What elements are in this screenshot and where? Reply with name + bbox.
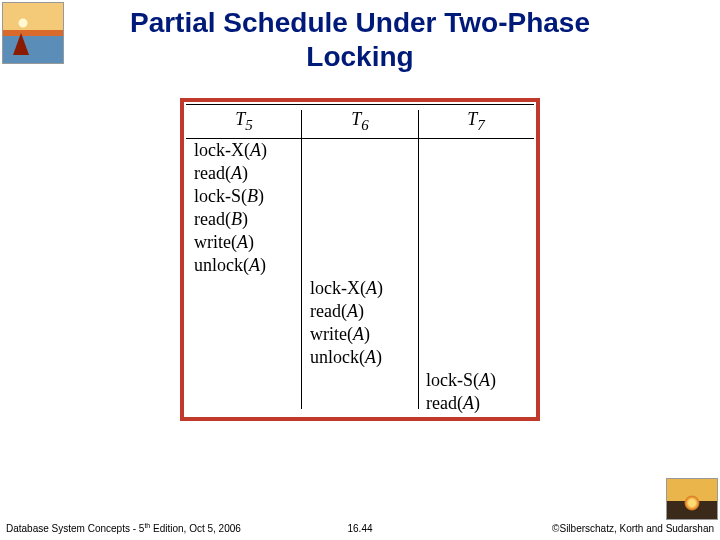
table-row: readA <box>186 162 534 185</box>
schedule-table: T5 T6 T7 lock-XA readA lock-SB readB wri… <box>186 104 534 415</box>
cell: writeA <box>302 323 418 346</box>
slide-title: Partial Schedule Under Two-Phase Locking <box>0 6 720 73</box>
schedule-frame: T5 T6 T7 lock-XA readA lock-SB readB wri… <box>180 98 540 421</box>
table-row: readB <box>186 208 534 231</box>
title-line-1: Partial Schedule Under Two-Phase <box>130 7 590 38</box>
table-row: readA <box>186 392 534 415</box>
cell: readA <box>302 300 418 323</box>
col-header-t6: T6 <box>302 105 418 139</box>
footer: Database System Concepts - 5th Edition, … <box>0 520 720 534</box>
cell: lock-SA <box>418 369 534 392</box>
cell: readA <box>418 392 534 415</box>
column-divider <box>301 110 302 409</box>
table-row: lock-SB <box>186 185 534 208</box>
table-row: readA <box>186 300 534 323</box>
footer-left: Database System Concepts - 5th Edition, … <box>6 522 241 534</box>
footer-copyright: ©Silberschatz, Korth and Sudarshan <box>552 523 714 534</box>
table-row: unlockA <box>186 254 534 277</box>
table-row: lock-SA <box>186 369 534 392</box>
cell: lock-XA <box>186 138 302 162</box>
cell: readB <box>186 208 302 231</box>
table-row: lock-XA <box>186 138 534 162</box>
cell: unlockA <box>186 254 302 277</box>
table-row: writeA <box>186 231 534 254</box>
table-row: unlockA <box>186 346 534 369</box>
table-header-row: T5 T6 T7 <box>186 105 534 139</box>
footer-page-number: 16.44 <box>347 523 372 534</box>
cell: writeA <box>186 231 302 254</box>
sunset-logo <box>666 478 718 520</box>
table-row: writeA <box>186 323 534 346</box>
col-header-t5: T5 <box>186 105 302 139</box>
cell: lock-XA <box>302 277 418 300</box>
column-divider <box>418 110 419 409</box>
col-header-t7: T7 <box>418 105 534 139</box>
cell: unlockA <box>302 346 418 369</box>
title-line-2: Locking <box>306 41 413 72</box>
cell: lock-SB <box>186 185 302 208</box>
cell: readA <box>186 162 302 185</box>
table-row: lock-XA <box>186 277 534 300</box>
